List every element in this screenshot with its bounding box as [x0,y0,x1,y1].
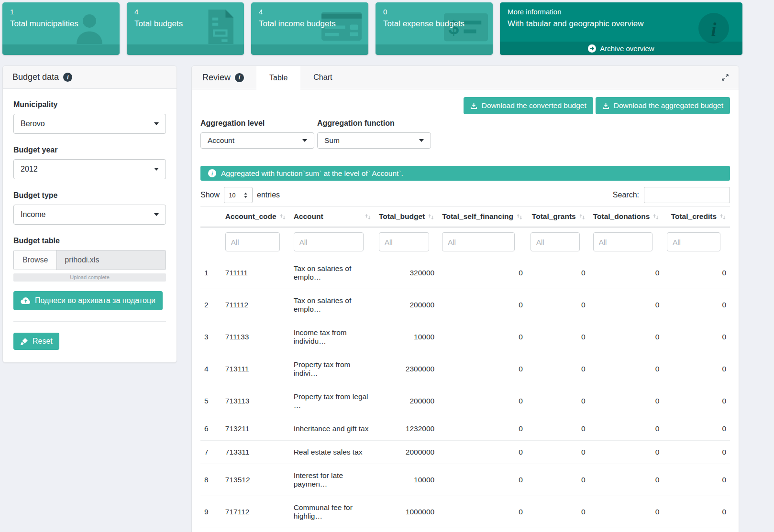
cell-index: 10 [200,528,221,532]
cell-total-credits: 0 [663,496,730,528]
stat-label: Total expense budgets [376,16,493,29]
cloud-upload-icon [21,297,31,304]
filter-input-account-code[interactable] [225,232,280,251]
budget-table-label: Budget table [13,237,166,245]
aggregation-function-label: Aggregation function [317,119,431,128]
stat-card-total-municipalities: 1 Total municipalities [2,2,120,55]
municipality-select[interactable]: Berovo [13,114,166,134]
page: 1 Total municipalities 4 Total budgets [0,0,742,532]
cell-total-credits: 0 [663,289,730,321]
aggregation-function-select[interactable]: Sum [317,132,431,149]
show-label: Show [200,191,220,199]
column-header-total-self-financing[interactable]: Total_self_financing [438,206,527,228]
cell-total-grants: 0 [527,417,589,441]
chevron-down-icon [154,213,159,216]
cell-index: 4 [200,353,221,385]
submit-to-archive-button[interactable]: Поднеси во архивата за податоци [13,291,163,310]
cell-total-donations: 0 [589,385,663,417]
card-footer-strip [376,44,493,55]
expand-icon[interactable] [712,66,739,89]
stat-label: Total municipalities [2,16,120,29]
cell-account: Communal fee for use of … [290,528,375,532]
chevron-down-icon [154,122,159,125]
download-converted-label: Download the converted budget [482,101,586,110]
cell-index: 9 [200,496,221,528]
cell-total-donations: 0 [589,441,663,464]
budget-panel-header: Budget data i [3,66,177,89]
aggregation-function-value: Sum [324,136,340,145]
cell-total-self-financing: 0 [438,353,527,385]
budget-year-label: Budget year [13,146,166,154]
cell-total-budget: 2300000 [375,353,438,385]
municipality-label: Municipality [13,100,166,109]
aggregation-banner: i Aggregated with function`sum` at the l… [200,166,730,181]
cell-total-self-financing: 0 [438,441,527,464]
cell-total-self-financing: 0 [438,417,527,441]
budget-table-file-input[interactable]: Browse prihodi.xls [13,250,166,270]
table-header-row: Account_code Account Total_budget Total_… [200,206,730,228]
search-input[interactable] [644,187,730,203]
cell-total-grants: 0 [527,464,589,496]
column-header-total-grants[interactable]: Total_grants [527,206,589,228]
entries-label: entries [257,191,280,199]
filter-input-total-budget[interactable] [379,232,429,251]
filter-input-total-credits[interactable] [667,232,720,251]
cell-account-code: 713111 [221,353,290,385]
aggregation-banner-text: Aggregated with function`sum` at the lev… [221,169,403,178]
table-controls-row: Show 10 entries Search: [200,187,730,203]
aggregation-level-select[interactable]: Account [200,132,314,149]
municipality-field: Municipality Berovo [13,100,166,134]
column-header-account[interactable]: Account [290,206,375,228]
tab-chart[interactable]: Chart [300,66,345,89]
cell-total-self-financing: 0 [438,464,527,496]
filter-input-account[interactable] [294,232,364,251]
cell-total-donations: 0 [589,353,663,385]
cell-total-credits: 0 [663,353,730,385]
stat-card-total-budgets: 4 Total budgets [127,2,244,55]
cell-account: Tax on salaries of emplo… [290,289,375,321]
budget-panel-body: Municipality Berovo Budget year 2012 Bud… [3,89,177,362]
tab-table[interactable]: Table [256,66,300,89]
budget-type-select[interactable]: Income [13,205,166,225]
budget-year-field: Budget year 2012 [13,146,166,179]
cell-account: Property tax from indivi… [290,353,375,385]
arrow-right-circle-icon [588,44,596,53]
table-filter-row [200,227,730,257]
cell-index: 5 [200,385,221,417]
file-name: prihodi.xls [57,250,166,270]
filter-input-total-donations[interactable] [593,232,653,251]
stat-card-total-income-budgets: 4 Total income budgets [251,2,368,55]
cell-total-grants: 0 [527,321,589,353]
filter-input-total-grants[interactable] [531,232,580,251]
page-length-select[interactable]: 10 [224,187,253,203]
stat-label: Total income budgets [251,16,368,29]
results-table: Account_code Account Total_budget Total_… [200,206,730,532]
browse-button[interactable]: Browse [14,250,57,270]
cell-total-grants: 0 [527,353,589,385]
info-icon[interactable]: i [63,73,72,82]
download-buttons-row: Download the converted budget Download t… [200,97,730,114]
column-header-total-credits[interactable]: Total_credits [663,206,730,228]
cell-index: 6 [200,417,221,441]
aggregation-level-group: Aggregation level Account [200,119,314,149]
reset-button[interactable]: Reset [13,333,59,350]
table-row: 1711111Tax on salaries of emplo…32000000… [200,257,730,289]
cell-account: Communal fee for highlig… [290,496,375,528]
cell-total-self-financing: 0 [438,321,527,353]
cell-index: 1 [200,257,221,289]
download-converted-button[interactable]: Download the converted budget [464,97,593,114]
cell-total-budget: 900000 [375,528,438,532]
budget-year-select[interactable]: 2012 [13,159,166,179]
cell-total-budget: 200000 [375,289,438,321]
page-length-value: 10 [229,192,235,199]
download-icon [602,102,609,109]
cell-account: Tax on salaries of emplo… [290,257,375,289]
filter-input-total-self-financing[interactable] [442,232,515,251]
column-header-account-code[interactable]: Account_code [221,206,290,228]
stat-value: 1 [2,2,120,16]
download-aggregated-button[interactable]: Download the aggregated budget [596,97,730,114]
column-header-total-budget[interactable]: Total_budget [375,206,438,228]
cell-account-code: 713311 [221,441,290,464]
info-icon[interactable]: i [235,73,244,82]
column-header-total-donations[interactable]: Total_donations [589,206,663,228]
